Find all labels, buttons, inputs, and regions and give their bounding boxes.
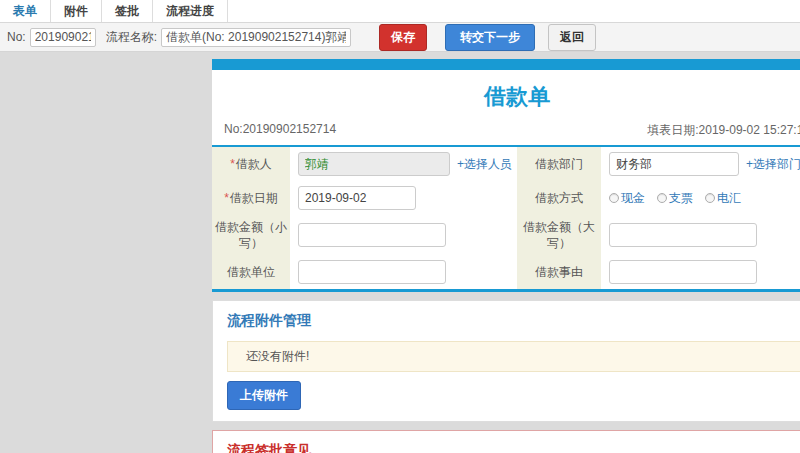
form-date-text: 填表日期:2019-09-02 15:27:14 <box>647 122 800 139</box>
upload-attachment-button[interactable]: 上传附件 <box>227 381 301 410</box>
department-input[interactable] <box>609 152 739 176</box>
select-department-link[interactable]: +选择部门 <box>746 156 800 173</box>
borrower-label: *借款人 <box>212 147 290 181</box>
select-person-link[interactable]: +选择人员 <box>457 156 512 173</box>
form-meta-row: No:20190902152714 填表日期:2019-09-02 15:27:… <box>212 120 800 145</box>
department-label: 借款部门 <box>517 147 601 181</box>
save-button[interactable]: 保存 <box>379 24 427 51</box>
amount-lower-label: 借款金额（小写） <box>212 215 290 255</box>
attachments-title: 流程附件管理 <box>227 312 800 330</box>
page: 表单 附件 签批 流程进度 No: 流程名称: 保存 转交下一步 返回 借款单 … <box>0 0 800 453</box>
forward-next-step-button[interactable]: 转交下一步 <box>445 24 535 51</box>
tab-bar: 表单 附件 签批 流程进度 <box>0 0 800 23</box>
required-asterisk: * <box>230 157 235 171</box>
form-no-text: No:20190902152714 <box>224 122 336 139</box>
form-fields-table: *借款人 +选择人员 借款部门 +选择部门 *借款日期 借款方式 现金 <box>212 147 800 289</box>
loan-date-input[interactable] <box>298 186 416 210</box>
amount-upper-input[interactable] <box>609 223 757 247</box>
radio-icon[interactable] <box>657 193 667 203</box>
main-content: 借款单 No:20190902152714 填表日期:2019-09-02 15… <box>212 59 800 453</box>
method-radio-cash[interactable]: 现金 <box>609 190 645 207</box>
required-asterisk: * <box>224 191 229 205</box>
loan-reason-label: 借款事由 <box>517 255 601 289</box>
method-radio-cheque[interactable]: 支票 <box>657 190 693 207</box>
loan-method-label: 借款方式 <box>517 181 601 215</box>
approval-title: 流程签批意见 <box>227 442 800 453</box>
loan-form-section: 借款单 No:20190902152714 填表日期:2019-09-02 15… <box>212 59 800 292</box>
no-label: No: <box>7 30 26 44</box>
action-toolbar: No: 流程名称: 保存 转交下一步 返回 <box>0 23 800 52</box>
amount-lower-input[interactable] <box>298 223 446 247</box>
form-top-accent-bar <box>212 59 800 70</box>
flow-name-input[interactable] <box>161 28 351 47</box>
tab-form[interactable]: 表单 <box>0 0 51 22</box>
radio-icon[interactable] <box>705 193 715 203</box>
flow-name-label: 流程名称: <box>106 29 157 46</box>
amount-upper-label: 借款金额（大写） <box>517 215 601 255</box>
attachments-section: 流程附件管理 还没有附件! 上传附件 <box>212 300 800 422</box>
no-input[interactable] <box>30 28 96 47</box>
loan-unit-input[interactable] <box>298 260 446 284</box>
tab-attachments[interactable]: 附件 <box>51 0 102 22</box>
radio-icon[interactable] <box>609 193 619 203</box>
loan-unit-label: 借款单位 <box>212 255 290 289</box>
back-button[interactable]: 返回 <box>548 24 596 51</box>
method-radio-wire[interactable]: 电汇 <box>705 190 741 207</box>
tab-progress[interactable]: 流程进度 <box>153 0 228 22</box>
loan-date-label: *借款日期 <box>212 181 290 215</box>
loan-reason-input[interactable] <box>609 260 757 284</box>
no-attachments-message: 还没有附件! <box>227 341 800 372</box>
approval-section: 流程签批意见 B I abc <box>212 430 800 453</box>
borrower-input[interactable] <box>298 152 450 176</box>
tab-approval[interactable]: 签批 <box>102 0 153 22</box>
form-title: 借款单 <box>212 70 800 120</box>
